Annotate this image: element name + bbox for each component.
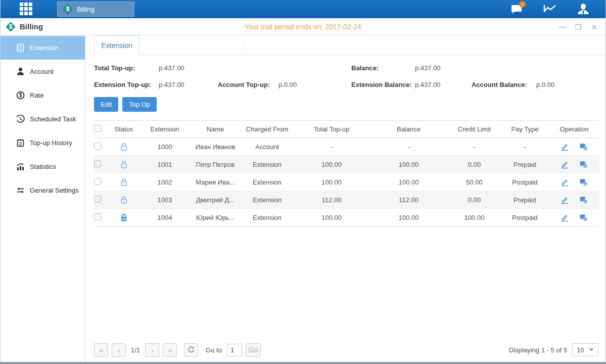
- cell-pay-type: -: [501, 138, 549, 156]
- edit-button[interactable]: Edit: [94, 97, 118, 112]
- status-lock-icon: [119, 160, 128, 169]
- top-up-row-icon[interactable]: $: [579, 213, 588, 222]
- cell-charged-from: Extension: [241, 191, 294, 209]
- app-grid-icon[interactable]: [20, 3, 35, 16]
- cell-charged-from: Extension: [241, 173, 294, 191]
- edit-row-icon[interactable]: [561, 178, 569, 187]
- balance-value: p.437.00: [415, 64, 472, 72]
- cell-extension: 1001: [139, 156, 190, 173]
- page-size-value: 10: [577, 346, 584, 354]
- col-operation: Operation: [549, 121, 599, 138]
- sidebar-item-label: Rate: [30, 92, 43, 99]
- top-up-row-icon[interactable]: $: [579, 196, 588, 204]
- billing-diamond-icon: $: [63, 4, 73, 14]
- sliders-icon: [16, 186, 25, 195]
- svg-text:$: $: [584, 181, 586, 185]
- edit-row-icon[interactable]: [561, 196, 569, 204]
- table-row: 1003 Дмитрий Д... Extension 112.00 112.0…: [94, 191, 599, 209]
- pagination-bar: « ‹ 1/1 › » Go to Go Displaying 1 - 5 of…: [85, 338, 605, 362]
- refresh-button[interactable]: [184, 343, 198, 357]
- col-charged-from: Charged From: [241, 121, 294, 138]
- title-bar: $ Billing Your trial period ends on: 201…: [1, 18, 605, 35]
- svg-text:$: $: [584, 146, 586, 150]
- next-page-button[interactable]: ›: [145, 343, 159, 357]
- tab-extension[interactable]: Extension: [94, 35, 139, 55]
- prev-page-button[interactable]: ‹: [112, 343, 126, 357]
- row-checkbox[interactable]: [94, 160, 101, 167]
- top-up-row-icon[interactable]: $: [579, 178, 588, 187]
- top-up-button[interactable]: Top Up: [122, 97, 156, 112]
- tab-strip: Extension: [85, 35, 605, 55]
- cell-total-topup: 100.00: [294, 173, 369, 191]
- table-row: 1000 Иван Иванов Account - - - - $: [94, 138, 599, 156]
- billing-diamond-icon: $: [6, 22, 16, 32]
- minimize-button[interactable]: —: [558, 23, 566, 31]
- go-button[interactable]: Go: [246, 343, 261, 357]
- edit-row-icon[interactable]: [561, 143, 569, 151]
- user-icon[interactable]: [576, 3, 590, 15]
- top-up-row-icon[interactable]: $: [579, 160, 588, 169]
- account-balance-value: p.0.00: [536, 81, 598, 88]
- cell-name: Дмитрий Д...: [190, 191, 241, 209]
- page-size-select[interactable]: 10: [572, 343, 598, 356]
- col-name: Name: [190, 121, 241, 138]
- close-button[interactable]: ✕: [590, 23, 598, 31]
- sidebar-item-account[interactable]: Account: [1, 60, 85, 83]
- cell-credit-limit: 100.00: [448, 209, 501, 226]
- cell-balance: 100.00: [369, 156, 448, 173]
- table-row: 1004 Юрий Юрь... Extension 100.00 100.00…: [94, 209, 599, 226]
- maximize-button[interactable]: ❒: [574, 23, 582, 31]
- sidebar-item-rate[interactable]: $ Rate: [1, 83, 85, 107]
- chat-icon[interactable]: !: [509, 3, 524, 15]
- goto-page-input[interactable]: [227, 344, 242, 356]
- svg-text:$: $: [584, 199, 586, 203]
- app-tab-billing[interactable]: $ Billing: [57, 2, 134, 17]
- cell-extension: 1004: [139, 209, 190, 226]
- cell-balance: 100.00: [369, 209, 448, 226]
- row-checkbox[interactable]: [94, 143, 101, 150]
- sidebar-item-statistics[interactable]: Statistics: [1, 155, 85, 178]
- row-checkbox[interactable]: [94, 213, 101, 220]
- cell-credit-limit: -: [448, 138, 501, 156]
- cell-credit-limit: 50.00: [448, 173, 501, 191]
- chart-icon[interactable]: [543, 3, 557, 15]
- sidebar-item-general-settings[interactable]: General Settings: [1, 178, 85, 202]
- select-all-checkbox[interactable]: [94, 125, 101, 132]
- svg-text:$: $: [19, 93, 22, 98]
- cell-charged-from: Extension: [241, 156, 294, 173]
- total-topup-value: p.437.00: [159, 64, 218, 72]
- cell-pay-type: Prepaid: [501, 156, 549, 173]
- person-icon: [16, 67, 25, 76]
- edit-row-icon[interactable]: [561, 160, 569, 169]
- billing-summary: Total Top-up: p.437.00 Balance: p.437.00…: [94, 64, 598, 88]
- col-extension: Extension: [139, 121, 190, 138]
- status-lock-icon: [119, 195, 128, 204]
- table-row: 1002 Мария Ива... Extension 100.00 100.0…: [94, 173, 599, 191]
- extension-balance-value: p.437.00: [415, 81, 472, 88]
- status-lock-icon: [119, 177, 128, 187]
- row-checkbox[interactable]: [94, 196, 101, 203]
- cell-credit-limit: 0.00: [448, 156, 501, 173]
- edit-row-icon[interactable]: [561, 213, 569, 222]
- cell-pay-type: Postpaid: [501, 173, 549, 191]
- sidebar-item-scheduled-task[interactable]: Scheduled Task: [1, 107, 85, 131]
- top-bar: $ Billing !: [1, 0, 605, 18]
- cell-balance: -: [369, 138, 448, 156]
- sidebar-item-extension[interactable]: Extension: [1, 36, 85, 60]
- last-page-button[interactable]: »: [163, 343, 177, 357]
- top-up-row-icon[interactable]: $: [579, 143, 588, 151]
- total-topup-label: Total Top-up:: [94, 64, 159, 72]
- cell-total-topup: -: [294, 138, 369, 156]
- tab-strip-empty: [139, 35, 246, 55]
- first-page-button[interactable]: «: [94, 343, 108, 357]
- sidebar-item-topup-history[interactable]: Top-up History: [1, 131, 85, 155]
- col-total-topup: Total Top-up: [294, 121, 369, 138]
- row-checkbox[interactable]: [94, 178, 101, 185]
- account-topup-value: p.0.00: [278, 81, 351, 88]
- extension-topup-label: Extension Top-up:: [94, 81, 159, 88]
- sidebar-item-label: General Settings: [30, 187, 79, 194]
- bar-chart-icon: [16, 162, 25, 171]
- extensions-table: Status Extension Name Charged From Total…: [94, 120, 599, 226]
- cell-name: Юрий Юрь...: [190, 209, 241, 226]
- dollar-circle-icon: $: [16, 91, 25, 100]
